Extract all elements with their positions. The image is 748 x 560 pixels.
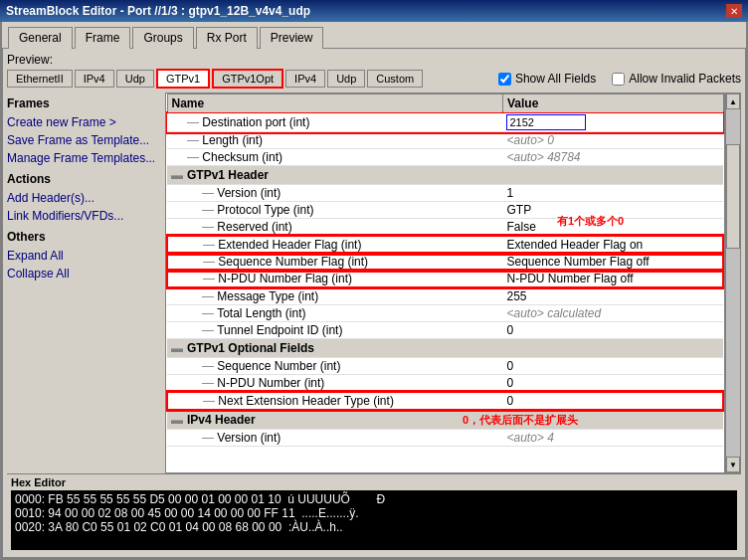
title-bar-text: StreamBlock Editor - Port //1/3 : gtpv1_… [6,4,310,18]
scroll-track [726,109,740,457]
tab-general[interactable]: General [8,27,73,49]
field-value: 0 [506,376,513,390]
tab-ipv4-inner[interactable]: IPv4 [285,70,325,88]
expand-all-link[interactable]: Expand All [7,248,161,264]
hex-editor-title: Hex Editor [11,476,737,488]
tab-groups[interactable]: Groups [132,27,193,49]
field-value: <auto> calculated [506,306,601,320]
field-value: 0 [506,323,513,337]
tab-ipv4-outer[interactable]: IPv4 [75,70,114,88]
field-dash: — [203,394,218,408]
create-new-frame-link[interactable]: Create new Frame > [7,114,161,130]
show-all-fields-label: Show All Fields [515,72,596,86]
add-header-link[interactable]: Add Header(s)... [7,190,161,206]
field-dash: — [203,272,218,285]
frames-title: Frames [7,96,161,110]
field-dash: — [187,133,202,147]
field-name: Sequence Number (int) [217,359,340,373]
hex-content: 0000: FB 55 55 55 55 55 D5 00 00 01 00 0… [11,490,737,550]
field-name: Extended Header Flag (int) [218,238,361,252]
field-value: <auto> 0 [506,133,553,147]
show-all-fields-checkbox[interactable] [498,73,511,86]
field-name: Total Length (int) [217,306,305,320]
allow-invalid-packets-item: Allow Invalid Packets [612,72,741,86]
main-tabs: General Frame Groups Rx Port Preview [2,22,746,48]
field-dash: — [202,323,217,337]
destination-port-input[interactable] [506,114,586,130]
table-row: — Extended Header Flag (int)Extended Hea… [167,236,723,254]
field-name: Tunnel Endpoint ID (int) [217,323,342,337]
field-dash: — [203,238,218,252]
tab-custom[interactable]: Custom [367,70,423,88]
field-name: Destination port (int) [202,115,309,129]
link-modifiers-link[interactable]: Link Modifiers/VFDs... [7,208,161,224]
field-value: N-PDU Number Flag off [506,272,633,285]
right-panel: Name Value — Destination port (int)— Len… [165,93,725,473]
field-name: Version (int) [217,186,280,200]
scroll-down-btn[interactable]: ▼ [726,457,740,472]
expand-icon[interactable]: ▬ [171,413,183,427]
tab-udp-outer[interactable]: Udp [116,70,154,88]
field-dash: — [202,431,217,445]
checkboxes: Show All Fields Allow Invalid Packets [498,72,741,86]
section-label: GTPv1 Optional Fields [187,341,314,355]
field-name: Next Extension Header Type (int) [218,394,394,408]
field-name: Message Type (int) [217,289,318,303]
field-dash: — [202,203,217,217]
tab-udp-inner[interactable]: Udp [327,70,365,88]
hex-line-2: 0020: 3A 80 C0 55 01 02 C0 01 04 00 08 6… [15,520,733,534]
hex-editor: Hex Editor 0000: FB 55 55 55 55 55 D5 00… [7,473,741,553]
others-title: Others [7,230,161,244]
field-dash: — [202,306,217,320]
tab-gtpv1[interactable]: GTPv1 [156,69,210,89]
table-row: — Version (int)1 [167,185,723,202]
save-frame-link[interactable]: Save Frame as Template... [7,132,161,148]
table-row: — Next Extension Header Type (int)0 [167,392,723,410]
table-row: ▬GTPv1 Header [167,166,723,185]
field-dash: — [203,255,218,269]
section-label: GTPv1 Header [187,168,269,182]
tab-preview[interactable]: Preview [260,27,324,49]
tab-gtpv1opt[interactable]: GTPv1Opt [212,69,283,89]
scrollbar[interactable]: ▲ ▼ [725,93,741,473]
expand-icon[interactable]: ▬ [171,168,183,182]
main-body: Frames Create new Frame > Save Frame as … [7,93,741,473]
field-dash: — [202,289,217,303]
scroll-thumb[interactable] [726,144,740,249]
table-row: — Total Length (int)<auto> calculated [167,305,723,322]
tab-ethernetii[interactable]: EthernetII [7,70,73,88]
table-row: — Checksum (int)<auto> 48784 [167,149,723,166]
col-name: Name [167,94,502,113]
field-name: Length (int) [202,133,263,147]
table-row: — Message Type (int)255 [167,287,723,305]
tab-frame[interactable]: Frame [75,27,131,49]
field-dash: — [202,186,217,200]
field-name: N-PDU Number (int) [217,376,324,390]
left-panel: Frames Create new Frame > Save Frame as … [7,93,161,473]
expand-icon[interactable]: ▬ [171,341,183,355]
field-value: False [506,220,535,234]
section-label: IPv4 Header [187,413,256,427]
field-table: Name Value — Destination port (int)— Len… [166,93,724,447]
hex-line-1: 0010: 94 00 00 02 08 00 45 00 00 14 00 0… [15,506,733,520]
scroll-up-btn[interactable]: ▲ [726,93,740,109]
table-row: — N-PDU Number Flag (int)N-PDU Number Fl… [167,271,723,288]
field-value: <auto> 48784 [506,150,580,164]
tab-rx-port[interactable]: Rx Port [196,27,258,49]
field-value: 255 [506,289,526,303]
content-area: Preview: EthernetII IPv4 Udp GTPv1 GTPv1… [2,48,746,558]
table-row: — Tunnel Endpoint ID (int)0 [167,322,723,339]
allow-invalid-packets-checkbox[interactable] [612,73,625,86]
close-button[interactable]: ✕ [726,4,742,18]
hex-line-0: 0000: FB 55 55 55 55 55 D5 00 00 01 00 0… [15,492,733,506]
field-name: Sequence Number Flag (int) [218,255,368,269]
field-value: <auto> 4 [506,431,553,445]
field-value: GTP [506,203,531,217]
allow-invalid-packets-label: Allow Invalid Packets [629,72,741,86]
collapse-all-link[interactable]: Collapse All [7,266,161,281]
field-dash: — [187,150,202,164]
table-row: — Version (int)<auto> 4 [167,430,723,447]
manage-templates-link[interactable]: Manage Frame Templates... [7,150,161,166]
field-name: Reserved (int) [217,220,291,234]
field-name: Protocol Type (int) [217,203,313,217]
